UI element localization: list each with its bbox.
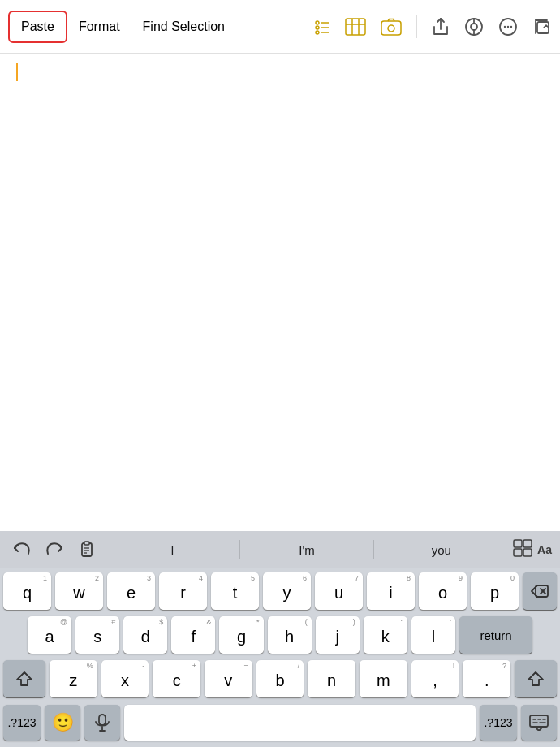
key-r[interactable]: 4r [159, 572, 207, 610]
emoji-button[interactable]: 🙂 [45, 705, 80, 741]
clipboard-button[interactable] [73, 538, 101, 562]
toolbar-right [311, 15, 552, 38]
table-icon[interactable] [345, 18, 366, 36]
return-key[interactable]: return [459, 616, 532, 654]
key-o[interactable]: 9o [419, 572, 467, 610]
key-comma[interactable]: !, [411, 660, 459, 697]
key-i[interactable]: 8i [367, 572, 415, 610]
key-a[interactable]: @a [28, 616, 71, 654]
key-row-1: 1q 2w 3e 4r 5t 6y 7u 8i 9o 0p [3, 572, 557, 610]
toolbar-left: Paste Format Find Selection [8, 11, 311, 43]
find-selection-button[interactable]: Find Selection [131, 11, 236, 43]
key-period[interactable]: ?. [463, 660, 510, 697]
key-c[interactable]: +c [153, 660, 200, 697]
microphone-button[interactable] [84, 705, 120, 741]
checklist-icon[interactable] [311, 17, 330, 37]
key-f[interactable]: &f [171, 616, 215, 654]
shift-key-right[interactable] [515, 660, 557, 697]
svg-point-11 [388, 25, 394, 32]
keyboard-bottom: .?123 🙂 .?123 [0, 701, 560, 747]
key-s[interactable]: #s [75, 616, 119, 654]
key-v[interactable]: =v [205, 660, 252, 697]
paste-button[interactable]: Paste [8, 11, 67, 43]
toolbar-divider [416, 15, 417, 38]
keyboard-rows: 1q 2w 3e 4r 5t 6y 7u 8i 9o 0p @a #s [0, 568, 560, 701]
shift-key[interactable] [3, 660, 45, 697]
keyboard-topbar: l I'm you Aa [0, 531, 560, 568]
camera-icon[interactable] [381, 18, 402, 36]
key-q[interactable]: 1q [3, 572, 51, 610]
key-y[interactable]: 6y [263, 572, 311, 610]
key-t[interactable]: 5t [211, 572, 259, 610]
key-row-3: %z -x +c =v /b n m !, ?. [3, 660, 557, 697]
svg-rect-18 [537, 22, 549, 33]
svg-rect-28 [536, 585, 548, 597]
key-h[interactable]: (h [268, 616, 312, 654]
svg-rect-26 [514, 549, 522, 556]
svg-rect-34 [530, 715, 548, 727]
more-icon[interactable] [498, 17, 518, 37]
key-n[interactable]: n [308, 660, 355, 697]
undo-button[interactable] [8, 538, 36, 561]
suggestion-1[interactable]: l [106, 540, 239, 560]
svg-rect-10 [381, 21, 401, 35]
toolbar: Paste Format Find Selection [0, 0, 560, 54]
suggestion-2[interactable]: I'm [240, 540, 374, 560]
keyboard-dismiss-button[interactable] [521, 705, 557, 741]
redo-button[interactable] [41, 538, 68, 561]
svg-point-17 [510, 25, 512, 27]
keyboard-area: l I'm you Aa 1q 2w 3e 4r 5t [0, 531, 560, 747]
key-u[interactable]: 7u [315, 572, 363, 610]
share-icon[interactable] [432, 17, 450, 37]
svg-rect-27 [523, 549, 532, 556]
svg-point-13 [471, 24, 477, 30]
delete-key[interactable] [523, 572, 557, 610]
svg-point-15 [504, 25, 506, 27]
key-z[interactable]: %z [50, 660, 97, 697]
key-d[interactable]: $d [123, 616, 167, 654]
key-k[interactable]: "k [364, 616, 407, 654]
key-w[interactable]: 2w [55, 572, 103, 610]
svg-point-2 [316, 26, 319, 29]
markup-icon[interactable] [464, 17, 484, 37]
key-m[interactable]: m [360, 660, 407, 697]
compose-icon[interactable] [532, 17, 552, 37]
key-g[interactable]: *g [219, 616, 263, 654]
text-cursor [16, 63, 18, 81]
svg-rect-31 [99, 715, 106, 725]
numbers-button-left[interactable]: .?123 [3, 705, 41, 741]
key-x[interactable]: -x [101, 660, 149, 697]
suggestions-bar: l I'm you [106, 540, 508, 560]
suggestion-3[interactable]: you [374, 540, 508, 560]
key-p[interactable]: 0p [471, 572, 519, 610]
editor-area[interactable] [0, 54, 560, 531]
svg-rect-20 [84, 542, 89, 545]
svg-rect-24 [514, 540, 522, 547]
numbers-button-right[interactable]: .?123 [480, 705, 517, 741]
svg-point-4 [316, 31, 319, 34]
key-b[interactable]: /b [256, 660, 304, 697]
svg-point-0 [316, 21, 319, 24]
keyboard-top-right: Aa [513, 539, 552, 561]
svg-rect-6 [346, 19, 365, 35]
svg-point-16 [507, 25, 509, 27]
key-e[interactable]: 3e [107, 572, 155, 610]
aa-button[interactable]: Aa [537, 543, 552, 556]
key-l[interactable]: 'l [411, 616, 455, 654]
space-key[interactable] [124, 705, 476, 741]
key-row-2: @a #s $d &f *g (h )j "k 'l return [3, 616, 557, 654]
svg-rect-25 [523, 540, 532, 547]
keyboard-grid-icon[interactable] [513, 539, 532, 561]
key-j[interactable]: )j [316, 616, 360, 654]
format-button[interactable]: Format [67, 11, 131, 43]
